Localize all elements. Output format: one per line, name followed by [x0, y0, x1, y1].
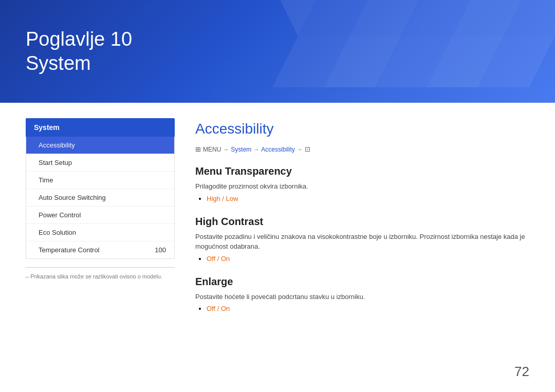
- main-content: System Accessibility Start Setup Time Au…: [0, 103, 555, 392]
- sidebar: System Accessibility Start Setup Time Au…: [26, 118, 175, 377]
- section-options-enlarge: Off / On: [195, 305, 529, 312]
- section-title-high-contrast: High Contrast: [195, 216, 529, 228]
- sidebar-note: – Prikazana slika može se razlikovati ov…: [26, 273, 175, 281]
- temperature-control-value: 100: [155, 246, 166, 254]
- option-high-low: High / Low: [207, 195, 238, 202]
- sidebar-item-eco-solution[interactable]: Eco Solution: [26, 224, 174, 241]
- section-desc-menu-transparency: Prilagodite prozirnost okvira izbornika.: [195, 181, 529, 192]
- breadcrumb-arrow-1: →: [223, 146, 229, 153]
- section-title-enlarge: Enlarge: [195, 276, 529, 288]
- content-area: Accessibility ⊞ MENU → System → Accessib…: [195, 118, 529, 377]
- breadcrumb-end-icon: ⊡: [305, 145, 310, 153]
- sidebar-item-accessibility[interactable]: Accessibility: [26, 137, 174, 154]
- section-title-menu-transparency: Menu Transparency: [195, 165, 529, 177]
- option-off-on-high-contrast: Off / On: [207, 255, 230, 263]
- header-banner: Poglavlje 10 System: [0, 0, 555, 103]
- section-desc-enlarge: Postavite hoćete li povećati podcrtanu s…: [195, 292, 529, 302]
- breadcrumb-system: System: [231, 146, 251, 153]
- sidebar-item-auto-source-switching[interactable]: Auto Source Switching: [26, 189, 174, 207]
- sidebar-items: Accessibility Start Setup Time Auto Sour…: [26, 137, 175, 259]
- section-enlarge: Enlarge Postavite hoćete li povećati pod…: [195, 276, 529, 313]
- section-options-high-contrast: Off / On: [195, 255, 529, 263]
- page-number: 72: [514, 364, 529, 380]
- content-title: Accessibility: [195, 121, 529, 137]
- breadcrumb: ⊞ MENU → System → Accessibility → ⊡: [195, 145, 529, 153]
- breadcrumb-accessibility: Accessibility: [261, 146, 294, 153]
- sidebar-item-time[interactable]: Time: [26, 172, 174, 189]
- section-desc-high-contrast: Postavite pozadinu i veličinu znakova na…: [195, 232, 529, 252]
- sidebar-item-power-control[interactable]: Power Control: [26, 207, 174, 224]
- breadcrumb-menu: MENU: [203, 146, 221, 153]
- section-high-contrast: High Contrast Postavite pozadinu i velič…: [195, 216, 529, 263]
- menu-icon: ⊞: [195, 145, 201, 153]
- breadcrumb-arrow-3: →: [297, 146, 303, 153]
- sidebar-divider: [26, 267, 175, 268]
- sidebar-item-temperature-control[interactable]: Temperature Control 100: [26, 241, 174, 258]
- section-options-menu-transparency: High / Low: [195, 195, 529, 202]
- option-off-on-enlarge: Off / On: [207, 305, 230, 312]
- breadcrumb-arrow-2: →: [253, 146, 259, 153]
- temperature-control-label: Temperature Control: [39, 246, 100, 254]
- sidebar-group-label: System: [26, 118, 175, 137]
- header-title: Poglavlje 10 System: [26, 27, 132, 76]
- chapter-subject: System: [26, 52, 91, 74]
- section-menu-transparency: Menu Transparency Prilagodite prozirnost…: [195, 165, 529, 202]
- chapter-label: Poglavlje 10: [26, 28, 132, 50]
- sidebar-item-start-setup[interactable]: Start Setup: [26, 154, 174, 172]
